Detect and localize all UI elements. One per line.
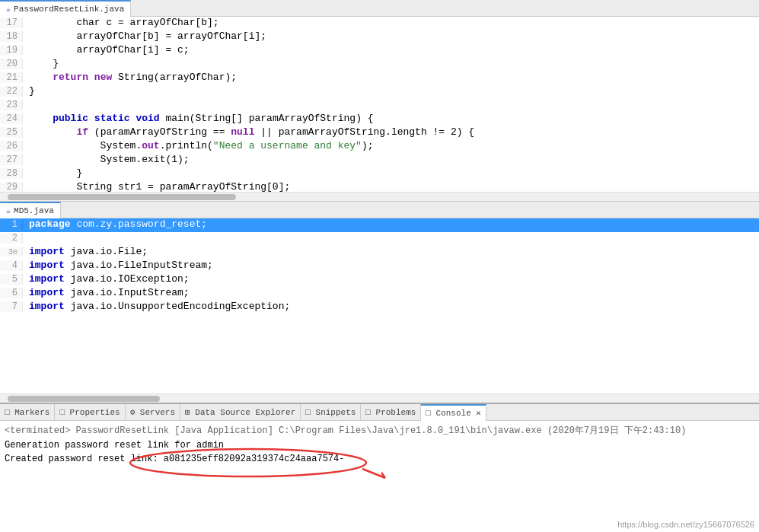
table-row: 21 return new String(arrayOfChar); [0, 72, 759, 85]
line-number: 19 [0, 45, 23, 56]
table-row: 27 System.exit(1); [0, 154, 759, 167]
line-number: 17 [0, 18, 23, 28]
table-row: 18 arrayOfChar[b] = arrayOfChar[i]; [0, 30, 759, 44]
line-content: import java.io.IOException; [23, 273, 759, 285]
table-row: 25 if (paramArrayOfString == null || par… [0, 126, 759, 140]
table-row: 5 import java.io.IOException; [0, 273, 759, 287]
tab-file2[interactable]: ☕ MD5.java [0, 202, 61, 218]
tab-snippets[interactable]: □ Snippets [301, 404, 361, 421]
tab-datasource[interactable]: ⊞ Data Source Explorer [180, 404, 301, 421]
editor-panel-2: ☕ MD5.java 1 package com.zy.password_res… [0, 202, 759, 403]
code-area-2: 1 package com.zy.password_reset; 2 3⊖ im… [0, 218, 759, 403]
line-number: 5 [0, 274, 23, 285]
table-row: 23 [0, 99, 759, 113]
table-row: 26 System.out.println("Need a username a… [0, 140, 759, 154]
tab-bar-2: ☕ MD5.java [0, 202, 759, 218]
table-row: 2 [0, 232, 759, 246]
line-content: import java.io.FileInputStream; [23, 260, 759, 271]
console-content: <terminated> PasswordResetLink [Java App… [0, 421, 759, 532]
line-content [23, 232, 759, 244]
code-scroll-2: 1 package com.zy.password_reset; 2 3⊖ im… [0, 218, 759, 393]
line-number: 26 [0, 141, 23, 151]
tab-markers[interactable]: □ Markers [0, 404, 55, 421]
line-content [23, 99, 759, 110]
table-row: 3⊖ import java.io.File; [0, 246, 759, 260]
line-number: 28 [0, 168, 23, 179]
svg-point-0 [130, 449, 366, 476]
line-content: arrayOfChar[i] = c; [23, 44, 759, 56]
line-number: 27 [0, 155, 23, 165]
scrollbar-thumb-2[interactable] [8, 396, 160, 402]
line-number: 4 [0, 260, 23, 271]
table-row: 20 } [0, 58, 759, 72]
tab-problems[interactable]: □ Problems [361, 404, 421, 421]
line-content: import java.io.File; [23, 246, 759, 257]
console-terminated-line: <terminated> PasswordResetLink [Java App… [5, 424, 754, 437]
line-number: 1 [0, 219, 23, 230]
tab-datasource-label: ⊞ Data Source Explorer [185, 407, 295, 417]
line-content: System.exit(1); [23, 154, 759, 165]
line-content: arrayOfChar[b] = arrayOfChar[i]; [23, 30, 759, 42]
scrollbar-thumb[interactable] [8, 194, 236, 200]
line-content: public static void main(String[] paramAr… [23, 113, 759, 124]
java-icon-1: ☕ [6, 5, 11, 14]
horizontal-scrollbar-2[interactable] [0, 393, 759, 403]
line-number: 21 [0, 72, 23, 83]
line-content: } [23, 167, 759, 179]
console-output-line1: Generation password reset link for admin [5, 438, 754, 452]
table-row: 22 } [0, 85, 759, 99]
line-content: package com.zy.password_reset; [23, 218, 759, 230]
table-row: 1 package com.zy.password_reset; [0, 218, 759, 232]
line-number: 18 [0, 31, 23, 42]
horizontal-scrollbar[interactable] [0, 192, 759, 201]
table-row: 4 import java.io.FileInputStream; [0, 260, 759, 273]
tab-console-label: □ Console ✕ [426, 408, 481, 418]
annotation-circle [126, 446, 416, 484]
code-scroll-1: 17 char c = arrayOfChar[b]; 18 arrayOfCh… [0, 17, 759, 192]
line-number: 25 [0, 127, 23, 138]
tab-markers-label: □ Markers [5, 408, 49, 417]
line-content: } [23, 58, 759, 69]
console-output-line2: Created password reset link: a081235eff8… [5, 452, 754, 466]
svg-line-1 [362, 469, 385, 478]
tab-servers-label: ⚙ Servers [130, 407, 175, 417]
line-content: if (paramArrayOfString == null || paramA… [23, 126, 759, 138]
line-number: 22 [0, 86, 23, 97]
console-panel: □ Markers □ Properties ⚙ Servers ⊞ Data … [0, 403, 759, 532]
tab-file2-label: MD5.java [14, 206, 54, 215]
table-row: 19 arrayOfChar[i] = c; [0, 44, 759, 58]
tab-bar-1: ☕ PasswordResetLink.java [0, 0, 759, 17]
code-area-1: 17 char c = arrayOfChar[b]; 18 arrayOfCh… [0, 17, 759, 201]
table-row: 6 import java.io.InputStream; [0, 287, 759, 301]
tab-properties-label: □ Properties [59, 408, 120, 417]
line-number: 2 [0, 233, 23, 244]
editor-panel-1: ☕ PasswordResetLink.java 17 char c = arr… [0, 0, 759, 202]
line-number: 29 [0, 182, 23, 192]
table-row: 28 } [0, 167, 759, 181]
line-number: 6 [0, 288, 23, 298]
table-row: 7 import java.io.UnsupportedEncodingExce… [0, 301, 759, 314]
table-row: 29 String str1 = paramArrayOfString[0]; [0, 181, 759, 192]
line-content: return new String(arrayOfChar); [23, 72, 759, 83]
line-content: } [23, 85, 759, 97]
tab-snippets-label: □ Snippets [305, 408, 356, 417]
line-number: 7 [0, 301, 23, 312]
tab-servers[interactable]: ⚙ Servers [126, 404, 180, 421]
java-icon-2: ☕ [6, 206, 11, 215]
tab-file1[interactable]: ☕ PasswordResetLink.java [0, 0, 131, 17]
line-number: 23 [0, 100, 23, 110]
console-tab-bar: □ Markers □ Properties ⚙ Servers ⊞ Data … [0, 404, 759, 421]
tab-problems-label: □ Problems [365, 408, 416, 417]
watermark: https://blog.csdn.net/zy15667076526 [617, 520, 754, 529]
line-number: 24 [0, 113, 23, 124]
line-content: System.out.println("Need a username and … [23, 140, 759, 151]
line-content: char c = arrayOfChar[b]; [23, 17, 759, 28]
tab-console[interactable]: □ Console ✕ [421, 404, 486, 421]
line-number: 20 [0, 59, 23, 69]
table-row: 24 public static void main(String[] para… [0, 113, 759, 126]
line-content: import java.io.InputStream; [23, 287, 759, 298]
line-content: import java.io.UnsupportedEncodingExcept… [23, 301, 759, 312]
table-row: 17 char c = arrayOfChar[b]; [0, 17, 759, 30]
tab-properties[interactable]: □ Properties [55, 404, 125, 421]
line-content: String str1 = paramArrayOfString[0]; [23, 181, 759, 192]
